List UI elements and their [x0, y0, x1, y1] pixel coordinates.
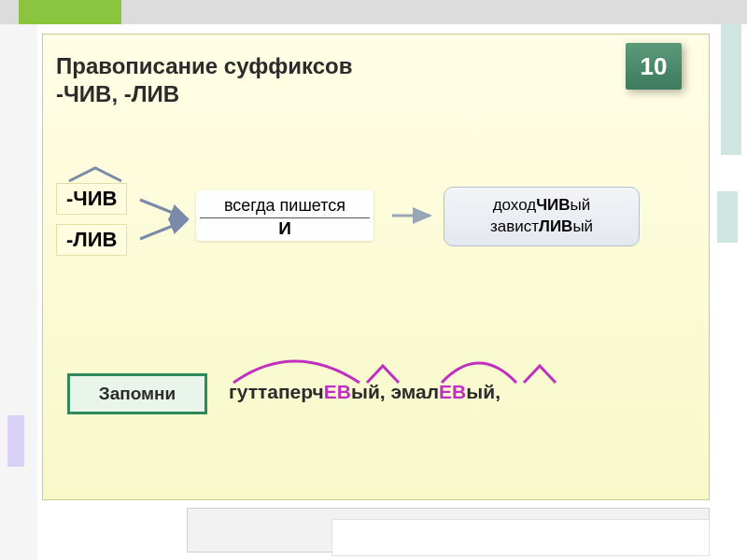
slide-number-text: 10: [641, 52, 668, 81]
ex1-suffix: ЧИВ: [536, 196, 570, 214]
exc1-pre: гуттаперч: [229, 381, 324, 402]
slide-number-badge: 10: [626, 43, 682, 90]
remember-box: Запомни: [67, 373, 207, 414]
green-accent-block: [19, 0, 121, 24]
exc2-ev: ЕВ: [439, 381, 466, 402]
slide-title: Правописание суффиксов -ЧИВ, -ЛИВ: [56, 52, 352, 108]
exc2-pre: эмал: [391, 381, 440, 402]
bottom-strip-inner: [331, 519, 710, 556]
ex1-end: ый: [571, 196, 591, 214]
suffix-roof-icon: [67, 166, 123, 183]
ex2-pre: завист: [490, 217, 539, 235]
right-teal-block-top: [721, 24, 741, 155]
example-word-1: доходЧИВый: [448, 195, 635, 217]
morpheme-arcs: [229, 345, 630, 383]
svg-line-1: [140, 220, 187, 239]
exc1-ev: ЕВ: [324, 381, 351, 402]
remember-label: Запомни: [99, 384, 176, 404]
ex2-suffix: ЛИВ: [539, 217, 572, 235]
rule-emphasis: И: [200, 217, 370, 239]
exc-sep: ,: [380, 381, 391, 402]
example-word-2: завистЛИВый: [448, 217, 635, 238]
exc1-end: ый: [351, 381, 380, 402]
right-teal-block-mid: [717, 191, 738, 243]
left-lavender-block: [7, 415, 24, 467]
exc-tail: ,: [495, 381, 500, 402]
arrow-merge-icon: [138, 192, 192, 252]
left-margin: [0, 24, 37, 560]
arrow-right-icon: [390, 207, 435, 228]
ex1-pre: доход: [493, 196, 537, 214]
suffix-liv: -ЛИВ: [56, 224, 127, 256]
rule-box: всегда пишется И: [196, 190, 374, 241]
exceptions-row: гуттаперчЕВый, эмалЕВый,: [229, 381, 500, 403]
rule-text-top: всегда пишется: [200, 196, 370, 216]
suffix-column: -ЧИВ -ЛИВ: [56, 166, 127, 265]
exc2-end: ый: [466, 381, 495, 402]
examples-box: доходЧИВый завистЛИВый: [444, 187, 640, 246]
svg-line-0: [140, 200, 187, 218]
title-line2: -ЧИВ, -ЛИВ: [56, 80, 352, 108]
suffix-chiv: -ЧИВ: [56, 183, 127, 215]
title-line1: Правописание суффиксов: [56, 52, 352, 80]
ex2-end: ый: [572, 217, 593, 235]
